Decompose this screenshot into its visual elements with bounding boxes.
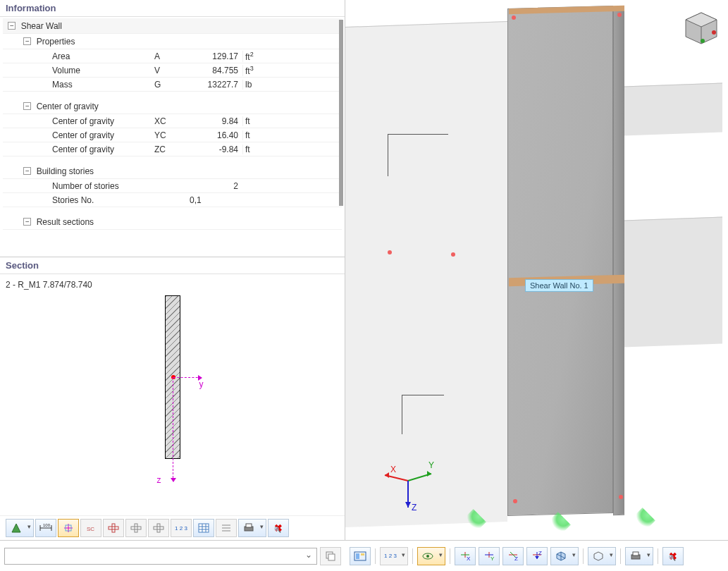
svg-marker-59 <box>594 552 603 560</box>
reset-view-button[interactable]: ✖🔍 <box>662 547 684 565</box>
values-dd-button[interactable]: 1 2 3 <box>380 547 408 565</box>
cog-z-row: Center of gravity ZC -9.84 ft <box>3 142 342 156</box>
svg-text:SC: SC <box>87 526 94 532</box>
dimensions-button[interactable]: 100 <box>35 519 56 537</box>
values-button[interactable]: 1 2 3 <box>171 519 192 537</box>
principal-axes-button[interactable] <box>58 519 79 537</box>
node-marker <box>512 16 516 20</box>
node-marker <box>619 495 623 499</box>
stress3-button[interactable] <box>148 519 169 537</box>
svg-rect-60 <box>631 555 640 559</box>
tree-group-properties[interactable]: − Properties <box>3 34 342 49</box>
y-axis-icon <box>173 377 202 378</box>
cog-y-row: Center of gravity YC 16.40 ft <box>3 128 342 142</box>
section-name-label: 2 - R_M1 7.874/78.740 <box>6 280 92 290</box>
triad-y-label: Y <box>428 460 434 470</box>
svg-rect-23 <box>245 527 253 531</box>
svg-rect-36 <box>326 552 333 558</box>
minus-icon[interactable]: − <box>23 102 31 110</box>
print-view-button[interactable] <box>625 547 653 565</box>
slab-left <box>345 21 507 527</box>
prop-area-row: Area A 129.17 ft2 <box>3 49 342 63</box>
svg-text:Y: Y <box>491 555 495 562</box>
stories-numbers-row: Stories No. 0,1 <box>3 193 342 207</box>
view-toolbar: 1 2 3 X Y Z Z ✖🔍 <box>345 540 728 571</box>
triad-z-label: Z <box>412 503 417 512</box>
view-z-button[interactable]: Z <box>502 547 524 565</box>
svg-rect-10 <box>109 527 118 529</box>
view-y-button[interactable]: Y <box>479 547 500 565</box>
view-minus-z-button[interactable]: Z <box>526 547 548 565</box>
svg-line-58 <box>557 554 565 558</box>
3d-viewport[interactable]: Shear Wall No. 1 X Y Z <box>345 0 728 540</box>
sc-button[interactable]: SC <box>80 519 101 537</box>
copy-button[interactable] <box>320 547 341 565</box>
node-marker <box>451 252 455 257</box>
section-toolbar: 100 SC 1 2 3 <box>0 515 345 540</box>
svg-rect-7 <box>66 525 71 531</box>
svg-line-50 <box>510 552 516 558</box>
node-marker <box>388 250 392 254</box>
iso-view-button[interactable] <box>550 547 579 565</box>
left-panel: Information − Shear Wall − Pro <box>0 0 345 540</box>
cog-x-row: Center of gravity XC 9.84 ft <box>3 114 342 128</box>
node-marker <box>617 13 622 17</box>
info-scrollbar[interactable] <box>339 20 343 206</box>
svg-point-29 <box>701 39 705 43</box>
svg-point-41 <box>423 553 433 559</box>
print-button[interactable] <box>238 519 266 537</box>
info-title: Information <box>0 0 345 17</box>
svg-point-42 <box>426 555 429 558</box>
svg-marker-35 <box>405 502 411 508</box>
left-bottom-bar <box>0 540 345 571</box>
show-button[interactable] <box>417 547 445 565</box>
svg-marker-0 <box>12 524 20 532</box>
tree-root-shear-wall[interactable]: − Shear Wall <box>3 18 342 34</box>
svg-text:100: 100 <box>43 523 51 527</box>
reset-zoom-button[interactable]: ✖🔍 <box>268 519 289 537</box>
svg-rect-12 <box>131 527 141 529</box>
view-x-button[interactable]: X <box>455 547 476 565</box>
solid-view-button[interactable] <box>6 519 34 537</box>
tree-group-cog[interactable]: − Center of gravity <box>3 99 342 114</box>
svg-text:Z: Z <box>514 555 518 562</box>
shear-wall-body[interactable] <box>507 6 613 516</box>
minus-icon[interactable]: − <box>23 167 31 175</box>
svg-text:X: X <box>467 555 471 562</box>
svg-marker-54 <box>535 556 539 559</box>
minus-icon[interactable]: − <box>23 37 31 45</box>
member-line <box>388 134 448 176</box>
render-mode-button[interactable] <box>588 547 616 565</box>
stress1-button[interactable] <box>103 519 124 537</box>
list-button[interactable] <box>216 519 237 537</box>
selection-label: Shear Wall No. 1 <box>525 279 593 292</box>
table-button[interactable] <box>193 519 214 537</box>
z-axis-label: z <box>157 475 161 485</box>
tree-group-stories[interactable]: − Building stories <box>3 164 342 179</box>
svg-text:Z: Z <box>538 551 542 556</box>
slab-upper-right <box>624 83 722 136</box>
triad-x-label: X <box>390 465 396 474</box>
section-title: Section <box>0 257 345 274</box>
z-axis-icon <box>173 377 173 481</box>
nav-cube[interactable] <box>683 10 720 47</box>
tree-group-result-sections[interactable]: − Result sections <box>3 214 342 230</box>
support-icon <box>547 512 571 536</box>
svg-rect-9 <box>112 524 115 532</box>
member-line <box>402 395 444 434</box>
node-marker <box>513 499 517 503</box>
section-preview[interactable]: y z <box>165 295 180 459</box>
results-combo[interactable] <box>4 548 317 565</box>
section-panel: Section 2 - R_M1 7.874/78.740 y z <box>0 257 345 540</box>
slab-mid-right <box>624 217 722 348</box>
prop-mass-row: Mass G 13227.7 lb <box>3 78 342 92</box>
support-icon <box>631 508 655 532</box>
svg-rect-40 <box>361 553 364 555</box>
quick-display-button[interactable] <box>350 547 371 565</box>
svg-marker-56 <box>557 552 565 560</box>
minus-icon[interactable]: − <box>23 218 31 226</box>
shear-wall-edge <box>613 6 624 515</box>
minus-icon[interactable]: − <box>8 22 16 30</box>
stress2-button[interactable] <box>125 519 147 537</box>
svg-point-28 <box>712 30 716 35</box>
